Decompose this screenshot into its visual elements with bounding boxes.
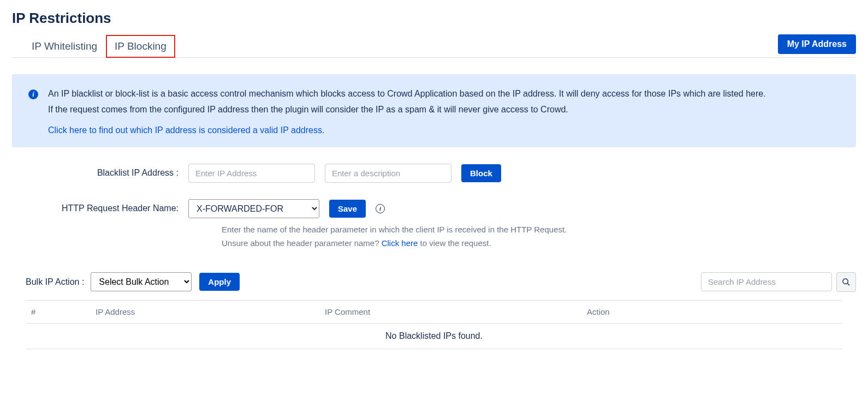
my-ip-address-button[interactable]: My IP Address [778, 34, 856, 54]
bulk-action-bar: Bulk IP Action : Select Bulk Action Appl… [12, 272, 856, 292]
valid-ip-link[interactable]: Click here to find out which IP address … [48, 125, 766, 135]
apply-button[interactable]: Apply [199, 273, 240, 291]
helper-line-1: Enter the name of the header parameter i… [222, 223, 856, 237]
tabs: IP Whitelisting IP Blocking [12, 35, 856, 57]
click-here-link[interactable]: Click here [382, 238, 418, 248]
empty-message: No Blacklisted IPs found. [26, 323, 842, 349]
svg-line-1 [847, 283, 849, 285]
table-row-empty: No Blacklisted IPs found. [26, 323, 842, 349]
info-icon: i [28, 89, 38, 99]
helper-text: Enter the name of the header parameter i… [45, 223, 856, 250]
svg-point-0 [843, 279, 848, 284]
help-icon[interactable]: i [376, 204, 385, 213]
info-text-line-1: An IP blacklist or block-list is a basic… [48, 87, 766, 101]
tab-ip-whitelisting[interactable]: IP Whitelisting [23, 35, 106, 58]
ip-address-input[interactable] [188, 164, 315, 183]
bulk-action-select[interactable]: Select Bulk Action [91, 272, 192, 291]
column-header-number: # [26, 300, 91, 323]
description-input[interactable] [325, 164, 451, 183]
tabs-container: IP Whitelisting IP Blocking My IP Addres… [12, 35, 856, 58]
blacklist-ip-label: Blacklist IP Address : [45, 168, 179, 178]
header-row: HTTP Request Header Name: X-FORWARDED-FO… [45, 199, 856, 218]
info-panel: i An IP blacklist or block-list is a bas… [12, 74, 856, 147]
page-title: IP Restrictions [12, 10, 856, 27]
tab-ip-blocking[interactable]: IP Blocking [106, 35, 175, 58]
form-section: Blacklist IP Address : Block HTTP Reques… [12, 164, 856, 250]
column-header-ip: IP Address [91, 300, 320, 323]
bulk-action-label: Bulk IP Action : [26, 277, 84, 287]
http-header-label: HTTP Request Header Name: [45, 204, 179, 213]
search-button[interactable] [836, 272, 856, 292]
block-button[interactable]: Block [461, 164, 501, 182]
info-text-line-2: If the request comes from the configured… [48, 103, 766, 117]
info-body: An IP blacklist or block-list is a basic… [48, 87, 766, 135]
column-header-comment: IP Comment [320, 300, 582, 323]
search-ip-input[interactable] [701, 272, 832, 291]
helper-line-2: Unsure about the header parameter name? … [222, 236, 856, 250]
column-header-action: Action [582, 300, 842, 323]
blacklist-row: Blacklist IP Address : Block [45, 164, 856, 183]
search-icon [842, 278, 851, 286]
http-header-select[interactable]: X-FORWARDED-FOR [188, 199, 319, 218]
save-button[interactable]: Save [329, 200, 366, 218]
ip-table: # IP Address IP Comment Action No Blackl… [26, 300, 842, 349]
